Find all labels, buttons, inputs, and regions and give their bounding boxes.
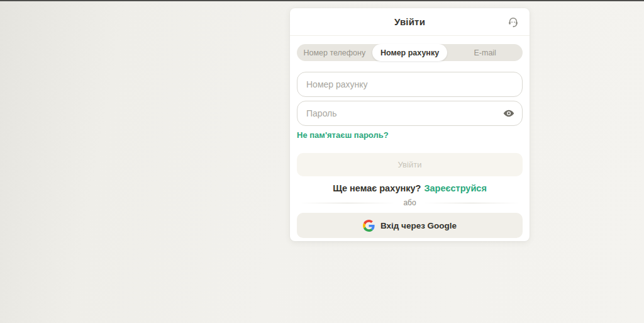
password-field-wrap	[297, 101, 523, 126]
or-divider: або	[297, 198, 523, 207]
toggle-password-visibility-eye-icon[interactable]	[502, 107, 515, 120]
account-number-field-wrap	[297, 72, 523, 97]
account-number-input[interactable]	[297, 72, 523, 97]
tab-phone-number[interactable]: Номер телефону	[297, 44, 372, 61]
divider-line-right	[424, 203, 520, 203]
card-body: Номер телефону Номер рахунку E-mail Не п…	[290, 36, 530, 243]
password-input[interactable]	[297, 101, 523, 126]
card-header: Увійти	[290, 8, 530, 36]
login-method-tabs: Номер телефону Номер рахунку E-mail	[297, 44, 523, 61]
login-card: Увійти Номер телефону Номер рахунку E-ma…	[290, 8, 530, 241]
register-row: Ще немає рахунку?Зареєструйся	[297, 183, 523, 193]
forgot-password-link[interactable]: Не пам'ятаєш пароль?	[297, 130, 389, 140]
divider-label: або	[403, 198, 416, 207]
divider-line-left	[299, 203, 396, 203]
support-headset-icon	[507, 16, 519, 28]
google-g-logo-icon	[363, 220, 375, 232]
google-button-label: Вхід через Google	[380, 221, 457, 230]
page-title: Увійти	[394, 16, 425, 27]
tab-account-number[interactable]: Номер рахунку	[372, 44, 448, 61]
tab-email[interactable]: E-mail	[447, 44, 523, 61]
window-top-edge	[0, 0, 644, 1]
register-prompt: Ще немає рахунку?	[333, 183, 421, 193]
support-button[interactable]	[506, 14, 521, 30]
google-login-button[interactable]: Вхід через Google	[297, 213, 523, 238]
register-link[interactable]: Зареєструйся	[424, 183, 486, 193]
login-submit-button[interactable]: Увійти	[297, 153, 523, 176]
